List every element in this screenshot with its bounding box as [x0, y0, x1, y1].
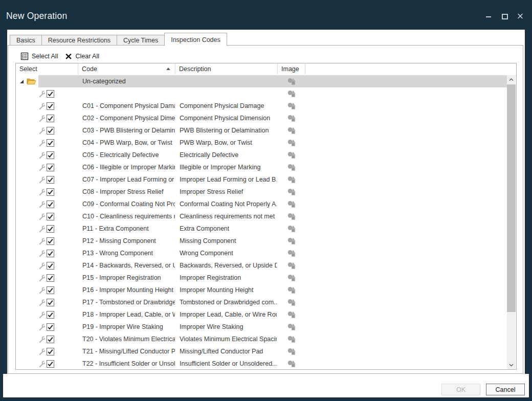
scrollbar-down-button[interactable]	[507, 361, 516, 369]
edit-wrench-icon[interactable]	[38, 139, 46, 147]
shapes-image-icon	[287, 250, 296, 257]
edit-wrench-icon[interactable]	[38, 274, 46, 282]
inspection-code-row[interactable]: C01 - Component Physical Damage Componen…	[16, 100, 507, 112]
tab-inspection-codes[interactable]: Inspection Codes	[164, 33, 227, 46]
dialog-footer: OK Cancel	[3, 374, 529, 397]
inspection-code-row[interactable]: T21 - Missing/Lifted Conductor Pad Missi…	[16, 345, 507, 358]
cancel-button[interactable]: Cancel	[486, 384, 525, 395]
tab-resource-restrictions[interactable]: Resource Restrictions	[41, 35, 117, 46]
edit-wrench-icon[interactable]	[38, 90, 46, 98]
row-checkbox[interactable]	[47, 90, 54, 98]
group-row-label: Un-categorized	[82, 78, 126, 85]
inspection-code-row[interactable]: P19 - Improper Wire Staking Improper Wir…	[16, 321, 507, 333]
row-code: C10 - Cleanliness requirements no...	[82, 213, 175, 220]
row-checkbox[interactable]	[47, 250, 54, 257]
row-description: Tombstoned or Drawbridged com...	[180, 299, 277, 306]
close-button[interactable]	[517, 12, 524, 19]
row-checkbox[interactable]	[47, 323, 54, 331]
ok-button[interactable]: OK	[441, 384, 480, 395]
row-checkbox[interactable]	[47, 336, 54, 343]
edit-wrench-icon[interactable]	[38, 151, 46, 159]
row-checkbox[interactable]	[47, 225, 54, 233]
edit-wrench-icon[interactable]	[38, 311, 46, 319]
expander-expanded-icon[interactable]	[19, 79, 24, 84]
edit-wrench-icon[interactable]	[38, 127, 46, 135]
row-description: Improper Mounting Height	[180, 286, 277, 294]
column-header-image[interactable]: Image	[278, 63, 305, 75]
column-header-select[interactable]: Select	[16, 63, 78, 75]
inspection-code-row[interactable]: P14 - Backwards, Reversed, or Ups... Bac…	[16, 259, 507, 272]
scrollbar-thumb[interactable]	[507, 84, 516, 312]
row-checkbox[interactable]	[47, 213, 54, 220]
inspection-code-row[interactable]: C02 - Component Physical Dimens... Compo…	[16, 112, 507, 124]
edit-wrench-icon[interactable]	[38, 323, 46, 331]
row-code: C03 - PWB Blistering or Delaminat...	[82, 127, 175, 134]
row-checkbox[interactable]	[47, 188, 54, 196]
column-header-code[interactable]: Code	[78, 63, 175, 75]
row-checkbox[interactable]	[47, 201, 54, 208]
inspection-code-row[interactable]: C09 - Conformal Coating Not Pro... Confo…	[16, 198, 507, 210]
inspection-code-row[interactable]: C10 - Cleanliness requirements no... Cle…	[16, 210, 507, 222]
inspection-code-row[interactable]: C03 - PWB Blistering or Delaminat... PWB…	[16, 124, 507, 137]
row-description: Missing/Lifted Conductor Pad	[180, 348, 277, 355]
edit-wrench-icon[interactable]	[38, 115, 46, 122]
edit-wrench-icon[interactable]	[38, 348, 46, 355]
row-checkbox[interactable]	[47, 102, 54, 110]
tab-basics[interactable]: Basics	[10, 35, 42, 46]
row-checkbox[interactable]	[47, 286, 54, 294]
maximize-button[interactable]	[501, 12, 508, 19]
row-checkbox[interactable]	[47, 237, 54, 245]
minimize-button[interactable]	[485, 12, 492, 19]
row-checkbox[interactable]	[47, 299, 54, 306]
group-row-uncategorized[interactable]: Un-categorized	[16, 75, 507, 87]
edit-wrench-icon[interactable]	[38, 286, 46, 294]
edit-wrench-icon[interactable]	[38, 360, 46, 368]
inspection-code-row[interactable]: C06 - Illegible or Improper Marking Ille…	[16, 161, 507, 173]
row-checkbox[interactable]	[47, 151, 54, 159]
row-description: Improper Registration	[180, 274, 277, 281]
inspection-code-row[interactable]: C08 - Improper Stress Relief Improper St…	[16, 186, 507, 198]
inspection-code-row[interactable]: P17 - Tombstoned or Drawbridge... Tombst…	[16, 296, 507, 308]
edit-wrench-icon[interactable]	[38, 102, 46, 110]
inspection-code-row[interactable]: P13 - Wrong Component Wrong Component	[16, 247, 507, 259]
inspection-code-row[interactable]: P18 - Improper Lead, Cable, or Wir... Im…	[16, 308, 507, 321]
row-checkbox[interactable]	[47, 274, 54, 282]
row-checkbox[interactable]	[47, 139, 54, 147]
edit-wrench-icon[interactable]	[38, 213, 46, 220]
inspection-code-row[interactable]	[16, 87, 507, 100]
edit-wrench-icon[interactable]	[38, 299, 46, 306]
edit-wrench-icon[interactable]	[38, 188, 46, 196]
inspection-code-row[interactable]: P16 - Improper Mounting Height Improper …	[16, 284, 507, 296]
inspection-code-row[interactable]: T22 - Insufficient Solder or Unsold... I…	[16, 358, 507, 369]
clear-all-button[interactable]: Clear All	[65, 53, 99, 60]
edit-wrench-icon[interactable]	[38, 164, 46, 171]
row-checkbox[interactable]	[47, 311, 54, 319]
row-checkbox[interactable]	[47, 348, 54, 355]
tab-cycle-times[interactable]: Cycle Times	[117, 35, 165, 46]
inspection-code-row[interactable]: P15 - Improper Registration Improper Reg…	[16, 272, 507, 284]
inspection-code-row[interactable]: P12 - Missing Component Missing Componen…	[16, 235, 507, 247]
vertical-scrollbar[interactable]	[507, 75, 516, 369]
inspection-code-row[interactable]: C07 - Improper Lead Forming or L... Impr…	[16, 173, 507, 186]
row-checkbox[interactable]	[47, 360, 54, 368]
inspection-code-row[interactable]: C05 - Electrically Defective Electricall…	[16, 149, 507, 161]
scrollbar-up-button[interactable]	[507, 75, 516, 84]
edit-wrench-icon[interactable]	[38, 225, 46, 233]
select-all-button[interactable]: Select All	[20, 52, 58, 60]
open-folder-icon	[27, 77, 36, 85]
row-checkbox[interactable]	[47, 262, 54, 270]
edit-wrench-icon[interactable]	[38, 176, 46, 184]
edit-wrench-icon[interactable]	[38, 336, 46, 343]
edit-wrench-icon[interactable]	[38, 237, 46, 245]
column-header-description[interactable]: Description	[175, 63, 278, 75]
row-checkbox[interactable]	[47, 164, 54, 171]
row-checkbox[interactable]	[47, 115, 54, 122]
edit-wrench-icon[interactable]	[38, 201, 46, 208]
edit-wrench-icon[interactable]	[38, 262, 46, 270]
inspection-code-row[interactable]: C04 - PWB Warp, Bow, or Twist PWB Warp, …	[16, 137, 507, 149]
row-checkbox[interactable]	[47, 127, 54, 135]
inspection-code-row[interactable]: P11 - Extra Component Extra Component	[16, 222, 507, 235]
edit-wrench-icon[interactable]	[38, 250, 46, 257]
row-checkbox[interactable]	[47, 176, 54, 184]
inspection-code-row[interactable]: T20 - Violates Minimum Electrical... Vio…	[16, 333, 507, 345]
